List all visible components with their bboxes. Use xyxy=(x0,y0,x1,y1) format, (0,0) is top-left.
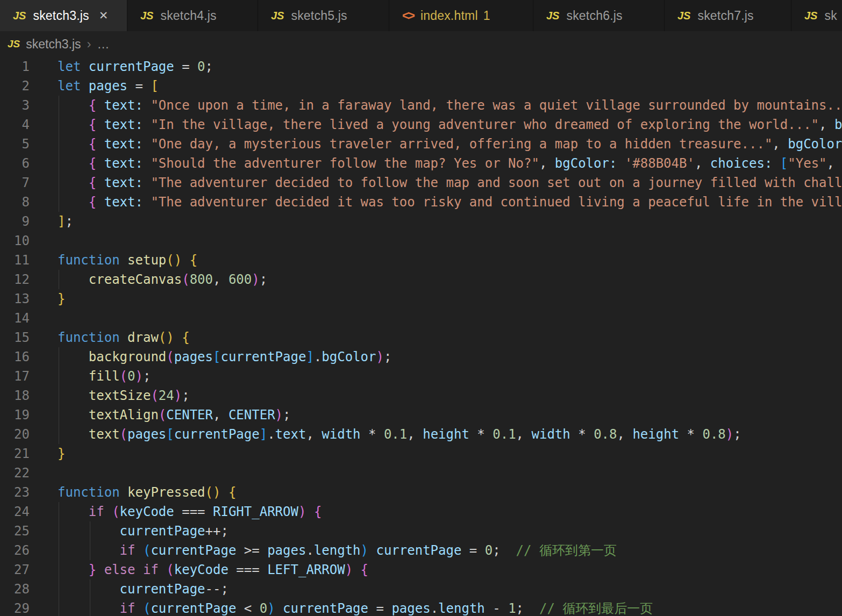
tab-sketch3-js[interactable]: JSsketch3.js✕ xyxy=(0,0,127,31)
tab-index-html[interactable]: <>index.html1 xyxy=(389,0,533,31)
code-token: keyPressed xyxy=(127,485,205,500)
line-number: 17 xyxy=(0,367,30,386)
code-token: , xyxy=(617,427,632,442)
code-token: textSize xyxy=(89,388,151,403)
code-token xyxy=(58,175,89,190)
code-token: setup xyxy=(127,253,166,268)
close-icon[interactable]: ✕ xyxy=(99,9,109,22)
code-line-content: ]; xyxy=(30,212,842,231)
chevron-right-icon: › xyxy=(87,37,91,52)
line-number: 24 xyxy=(0,502,30,521)
code-line: 24 if (keyCode === RIGHT_ARROW) { xyxy=(0,502,842,521)
code-token: let xyxy=(58,59,89,74)
tab-bar: JSsketch3.js✕JSsketch4.jsJSsketch5.js<>i… xyxy=(0,0,842,31)
code-line-content xyxy=(30,463,842,483)
code-token xyxy=(617,156,624,171)
code-line-content: { text: "In the village, there lived a y… xyxy=(30,115,842,134)
code-token xyxy=(58,349,89,364)
code-token: * xyxy=(679,427,702,442)
tab-sk[interactable]: JSsk xyxy=(791,0,842,31)
code-token: { xyxy=(89,117,104,132)
code-token: () xyxy=(159,330,174,345)
code-line-content: currentPage--; xyxy=(30,579,842,599)
code-line-content: function setup() { xyxy=(30,250,842,270)
code-token: keyCode xyxy=(174,562,229,577)
code-token: "One day, a mysterious traveler arrived,… xyxy=(151,137,772,152)
code-token: bgColor: xyxy=(834,117,842,132)
tab-sketch4-js[interactable]: JSsketch4.js xyxy=(127,0,258,31)
code-token: [ xyxy=(213,349,220,364)
tab-label: sketch5.js xyxy=(291,9,347,23)
indent-guide xyxy=(59,425,59,444)
code-line-content: function keyPressed() { xyxy=(30,483,842,502)
line-number: 6 xyxy=(0,154,30,173)
code-token: 0.8 xyxy=(594,427,617,442)
breadcrumb-file[interactable]: sketch3.js xyxy=(26,37,81,52)
code-line: 2let pages = [ xyxy=(0,76,842,96)
indent-guide xyxy=(59,405,59,425)
tab-sketch5-js[interactable]: JSsketch5.js xyxy=(258,0,389,31)
code-token: 0 xyxy=(197,59,205,74)
code-token: 600 xyxy=(229,272,252,287)
code-token: '#88B04B' xyxy=(625,156,695,171)
code-line-content: if (currentPage >= pages.length) current… xyxy=(30,541,842,560)
code-token xyxy=(58,582,120,597)
line-number: 19 xyxy=(0,405,30,425)
breadcrumb-ellipsis[interactable]: … xyxy=(97,37,110,52)
code-token xyxy=(58,504,89,519)
line-number: 15 xyxy=(0,328,30,347)
code-token: ) xyxy=(275,407,283,422)
code-token: = xyxy=(368,601,391,616)
indent-guide xyxy=(59,347,59,367)
code-line: 1let currentPage = 0; xyxy=(0,57,842,76)
code-token: "The adventurer decided it was too risky… xyxy=(151,195,842,210)
code-editor[interactable]: 1let currentPage = 0;2let pages = [3 { t… xyxy=(0,57,842,616)
code-token: . xyxy=(431,601,438,616)
code-line-content: background(pages[currentPage].bgColor); xyxy=(30,347,842,367)
code-token: ) xyxy=(267,601,275,616)
line-number: 8 xyxy=(0,192,30,212)
js-icon: JS xyxy=(677,10,690,22)
indent-guide xyxy=(59,154,59,173)
tab-label: sketch7.js xyxy=(697,9,753,23)
code-token: ; xyxy=(65,214,73,229)
code-token: , xyxy=(539,156,555,171)
code-token: currentPage xyxy=(283,601,368,616)
line-number: 14 xyxy=(0,309,30,328)
code-token: ) xyxy=(726,427,733,442)
code-token: ; xyxy=(283,407,290,422)
code-token: function xyxy=(58,253,127,268)
code-token: createCanvas xyxy=(89,272,182,287)
code-token: ) xyxy=(345,562,353,577)
code-token: RIGHT_ARROW xyxy=(213,504,298,519)
code-line: 11function setup() { xyxy=(0,250,842,270)
code-token: ] xyxy=(260,427,267,442)
code-line-content: { text: "The adventurer decided to follo… xyxy=(30,173,842,192)
code-line: 18 textSize(24); xyxy=(0,386,842,405)
code-token xyxy=(58,137,89,152)
code-token: ( xyxy=(151,388,158,403)
code-token: ; xyxy=(182,388,189,403)
code-token: "Yes" xyxy=(788,156,826,171)
code-token: LEFT_ARROW xyxy=(267,562,345,577)
code-token: * xyxy=(570,427,594,442)
code-line-content: } xyxy=(30,289,842,309)
indent-guide xyxy=(59,96,59,115)
tab-sketch6-js[interactable]: JSsketch6.js xyxy=(533,0,665,31)
code-token: if xyxy=(120,543,143,558)
line-number: 18 xyxy=(0,386,30,405)
code-token xyxy=(368,543,376,558)
code-token: , xyxy=(819,117,834,132)
line-number: 2 xyxy=(0,76,30,96)
tab-sketch7-js[interactable]: JSsketch7.js xyxy=(665,0,791,31)
code-token xyxy=(174,330,182,345)
indent-guide xyxy=(59,502,59,521)
code-line: 10 xyxy=(0,231,842,250)
code-token: // 循环到最后一页 xyxy=(539,601,653,616)
code-line-content: { text: "The adventurer decided it was t… xyxy=(30,192,842,212)
code-token xyxy=(143,117,151,132)
tab-label: sketch4.js xyxy=(160,9,216,23)
code-token: ) xyxy=(252,272,259,287)
code-token: ] xyxy=(58,214,65,229)
code-token: { xyxy=(229,485,236,500)
